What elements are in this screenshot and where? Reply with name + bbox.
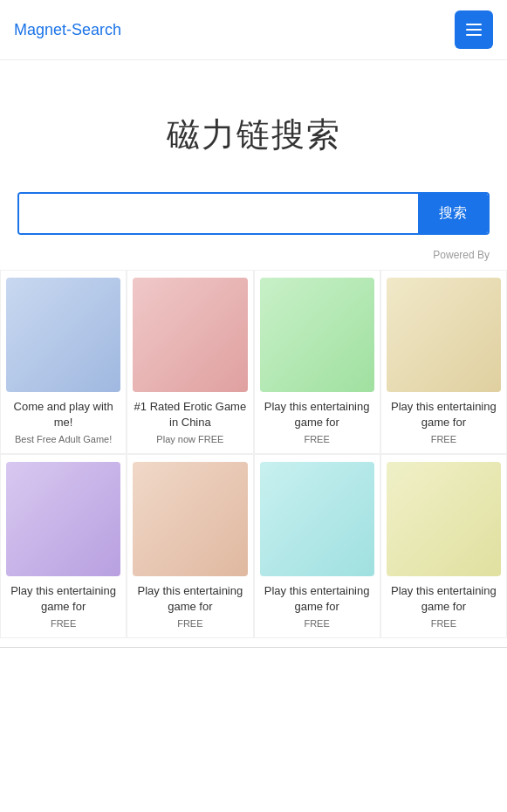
ad-subtitle: FREE [304,617,329,630]
hamburger-icon [466,24,482,36]
menu-button[interactable] [455,10,493,49]
ad-card[interactable]: Come and play with me!Best Free Adult Ga… [0,270,127,454]
ad-subtitle: Best Free Adult Game! [15,433,112,446]
ad-image [387,278,501,392]
ad-image [6,462,120,576]
ad-title: Play this entertaining game for [387,583,501,615]
ad-grid: Come and play with me!Best Free Adult Ga… [0,270,507,638]
ad-card[interactable]: #1 Rated Erotic Game in ChinaPlay now FR… [127,270,253,454]
search-button[interactable]: 搜索 [418,194,488,233]
ad-subtitle: FREE [177,617,202,630]
ad-card[interactable]: Play this entertaining game forFREE [254,454,380,638]
powered-by-label: Powered By [0,244,507,270]
ad-title: Play this entertaining game for [387,399,501,430]
header: Magnet-Search [0,0,507,60]
search-section: 搜索 [0,183,507,244]
ad-title: Play this entertaining game for [260,399,374,430]
ad-image [387,462,501,576]
ad-image [133,278,247,392]
ad-title: Come and play with me! [6,399,120,430]
logo[interactable]: Magnet-Search [14,21,121,39]
hero-section: 磁力链搜索 [0,60,507,183]
ad-title: #1 Rated Erotic Game in China [133,399,247,430]
ad-card[interactable]: Play this entertaining game forFREE [380,454,507,638]
ad-card[interactable]: Play this entertaining game forFREE [127,454,253,638]
ad-image [6,278,120,392]
page-title: 磁力链搜索 [17,113,490,157]
ad-title: Play this entertaining game for [6,583,120,615]
ad-image [260,462,374,576]
ad-image [260,278,374,392]
ad-title: Play this entertaining game for [260,583,374,615]
ad-card[interactable]: Play this entertaining game forFREE [380,270,507,454]
search-input[interactable] [19,194,418,233]
ad-card[interactable]: Play this entertaining game forFREE [254,270,380,454]
ad-card[interactable]: Play this entertaining game forFREE [0,454,127,638]
ad-subtitle: Play now FREE [156,433,223,446]
ad-subtitle: FREE [304,433,329,446]
ad-subtitle: FREE [431,433,456,446]
ad-title: Play this entertaining game for [133,583,247,615]
search-bar: 搜索 [17,192,490,235]
ad-subtitle: FREE [51,617,76,630]
footer-divider [0,647,507,648]
ad-image [133,462,247,576]
ad-subtitle: FREE [431,617,456,630]
